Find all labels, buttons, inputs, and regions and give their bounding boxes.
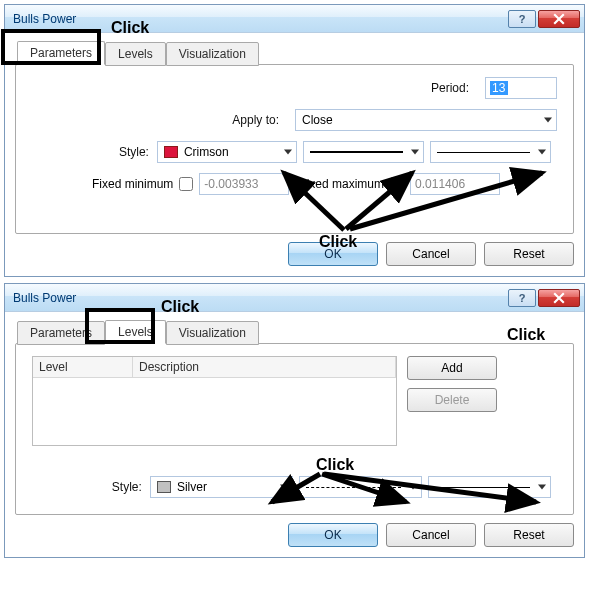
chevron-down-icon [284, 150, 292, 155]
style-line-select[interactable] [303, 141, 424, 163]
delete-button[interactable]: Delete [407, 388, 497, 412]
ok-button[interactable]: OK [288, 523, 378, 547]
apply-label: Apply to: [232, 113, 287, 127]
window-title: Bulls Power [13, 291, 506, 305]
style-color-select[interactable]: Crimson [157, 141, 297, 163]
chevron-down-icon [409, 485, 417, 490]
style-label: Style: [32, 145, 157, 159]
cancel-button[interactable]: Cancel [386, 523, 476, 547]
fixed-min-label: Fixed minimum [92, 177, 173, 191]
close-button[interactable] [538, 10, 580, 28]
tab-visualization[interactable]: Visualization [166, 42, 259, 66]
chevron-down-icon [411, 150, 419, 155]
dialog-body: Click Click Parameters Levels Visualizat… [5, 312, 584, 557]
col-level[interactable]: Level [33, 357, 133, 378]
period-input[interactable]: 13 [485, 77, 557, 99]
fixed-max-label: Fixed maximum [299, 177, 384, 191]
line-width-preview [437, 152, 530, 153]
col-description[interactable]: Description [133, 357, 396, 378]
style-label: Style: [32, 480, 150, 494]
close-button[interactable] [538, 289, 580, 307]
tab-parameters[interactable]: Parameters [17, 41, 105, 65]
titlebar: Bulls Power ? [5, 284, 584, 312]
tab-levels[interactable]: Levels [105, 42, 166, 66]
panel-parameters: Period: 13 Apply to: Close Style: Crimso… [15, 64, 574, 234]
line-width-preview [435, 487, 530, 488]
apply-to-select[interactable]: Close [295, 109, 557, 131]
button-bar: OK Cancel Reset [15, 523, 574, 547]
button-bar: OK Cancel Reset [15, 242, 574, 266]
style-width-select[interactable] [428, 476, 551, 498]
style-line-select[interactable] [299, 476, 422, 498]
dialog-body: Click Parameters Levels Visualization Pe… [5, 33, 584, 276]
reset-button[interactable]: Reset [484, 523, 574, 547]
help-button[interactable]: ? [508, 10, 536, 28]
tab-strip: Parameters Levels Visualization [15, 320, 574, 344]
titlebar: Bulls Power ? [5, 5, 584, 33]
dialog-parameters: Bulls Power ? Click Parameters Levels Vi… [4, 4, 585, 277]
reset-button[interactable]: Reset [484, 242, 574, 266]
fixed-max-checkbox[interactable] [390, 177, 404, 191]
color-swatch-crimson [164, 146, 178, 158]
chevron-down-icon [280, 485, 288, 490]
period-label: Period: [431, 81, 477, 95]
levels-table[interactable]: Level Description [32, 356, 397, 446]
tab-strip: Parameters Levels Visualization [15, 41, 574, 65]
ok-button[interactable]: OK [288, 242, 378, 266]
fixed-max-input[interactable] [410, 173, 500, 195]
fixed-min-checkbox[interactable] [179, 177, 193, 191]
dialog-levels: Bulls Power ? Click Click Parameters Lev… [4, 283, 585, 558]
chevron-down-icon [538, 485, 546, 490]
chevron-down-icon [538, 150, 546, 155]
style-color-select[interactable]: Silver [150, 476, 293, 498]
panel-levels: Level Description Add Delete Click Style… [15, 343, 574, 515]
chevron-down-icon [544, 118, 552, 123]
help-button[interactable]: ? [508, 289, 536, 307]
line-style-preview [306, 487, 401, 488]
window-title: Bulls Power [13, 12, 506, 26]
add-button[interactable]: Add [407, 356, 497, 380]
fixed-min-input[interactable] [199, 173, 289, 195]
annotation-click-5: Click [316, 456, 354, 474]
line-style-preview [310, 151, 403, 153]
tab-visualization[interactable]: Visualization [166, 321, 259, 345]
cancel-button[interactable]: Cancel [386, 242, 476, 266]
tab-levels[interactable]: Levels [105, 320, 166, 344]
color-swatch-silver [157, 481, 171, 493]
style-width-select[interactable] [430, 141, 551, 163]
tab-parameters[interactable]: Parameters [17, 321, 105, 345]
table-header: Level Description [33, 357, 396, 378]
